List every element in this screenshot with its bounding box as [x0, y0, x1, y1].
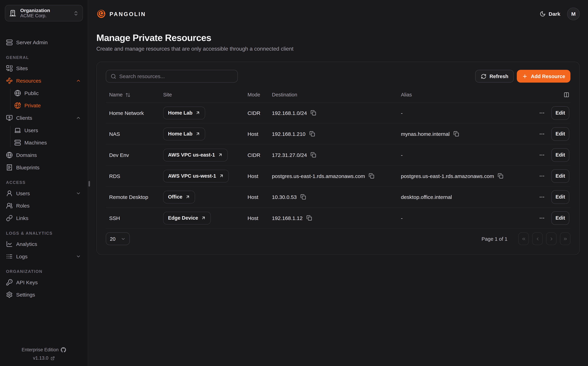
- brand[interactable]: PANGOLIN: [96, 9, 146, 19]
- site-link-button[interactable]: AWS VPC us-west-1: [163, 169, 229, 182]
- next-page-button[interactable]: [546, 232, 557, 245]
- row-menu-button[interactable]: [539, 194, 545, 200]
- row-menu-button[interactable]: [539, 152, 545, 158]
- copy-button[interactable]: [311, 152, 316, 158]
- copy-button[interactable]: [453, 131, 459, 137]
- sidebar-item-public[interactable]: Public: [14, 89, 81, 98]
- row-menu-button[interactable]: [539, 173, 545, 179]
- copy-icon: [300, 194, 306, 200]
- sidebar-item-label: Blueprints: [16, 165, 39, 171]
- column-settings-button[interactable]: [564, 92, 569, 98]
- arrow-up-right-icon: [195, 110, 200, 115]
- building-icon: [9, 9, 16, 17]
- cell-destination: 10.30.0.53: [272, 194, 297, 200]
- search-input[interactable]: [119, 73, 233, 79]
- theme-toggle[interactable]: Dark: [540, 11, 560, 17]
- sidebar-item-roles[interactable]: Roles: [6, 201, 81, 210]
- sidebar-item-blueprints[interactable]: Blueprints: [6, 163, 81, 172]
- row-menu-button[interactable]: [539, 110, 545, 116]
- sidebar-item-machines[interactable]: Machines: [14, 138, 81, 147]
- sidebar-item-api-keys[interactable]: API Keys: [6, 278, 81, 287]
- table-header: Name Site Mode Destination Alias: [106, 87, 571, 102]
- copy-button[interactable]: [300, 194, 306, 200]
- first-page-button[interactable]: [518, 232, 529, 245]
- edition-label: Enterprise Edition: [22, 346, 59, 354]
- globe-lock-icon: [14, 102, 21, 109]
- copy-icon: [306, 215, 312, 221]
- sidebar-item-analytics[interactable]: Analytics: [6, 239, 81, 249]
- search-box: [106, 70, 238, 83]
- resources-card: Refresh Add Resource Name Site Mode Dest…: [96, 61, 580, 255]
- column-header-site: Site: [163, 92, 248, 98]
- column-header-name[interactable]: Name: [109, 92, 163, 98]
- copy-button[interactable]: [306, 215, 312, 221]
- sidebar-scrollbar-thumb[interactable]: [88, 181, 90, 187]
- row-menu-button[interactable]: [539, 215, 545, 221]
- sidebar-item-resources[interactable]: Resources: [6, 76, 81, 85]
- refresh-button[interactable]: Refresh: [475, 70, 514, 83]
- combine-icon: [6, 65, 13, 72]
- copy-button[interactable]: [309, 131, 315, 137]
- site-link-button[interactable]: Office: [163, 191, 195, 203]
- avatar[interactable]: M: [567, 8, 580, 20]
- add-resource-button[interactable]: Add Resource: [517, 70, 571, 83]
- clients-subgroup: Users Machines: [10, 126, 81, 147]
- version-line[interactable]: v1.13.0: [0, 354, 88, 362]
- site-link-button[interactable]: AWS VPC us-east-1: [163, 148, 228, 161]
- sidebar-item-label: Machines: [24, 140, 47, 146]
- resources-subgroup: Public Private: [10, 89, 81, 110]
- prev-page-button[interactable]: [532, 232, 543, 245]
- copy-button[interactable]: [311, 110, 316, 116]
- last-page-button[interactable]: [560, 232, 570, 245]
- sidebar-item-settings[interactable]: Settings: [6, 290, 81, 299]
- sidebar-item-users[interactable]: Users: [6, 189, 81, 198]
- site-link-button[interactable]: Home Lab: [163, 128, 205, 140]
- edit-button[interactable]: Edit: [551, 190, 569, 204]
- copy-button[interactable]: [498, 173, 503, 179]
- cell-name: SSH: [109, 215, 163, 221]
- link-icon: [6, 215, 13, 221]
- sidebar-item-client-users[interactable]: Users: [14, 126, 81, 135]
- pangolin-logo-icon: [96, 9, 106, 19]
- cell-alias: -: [401, 152, 403, 158]
- edit-button[interactable]: Edit: [551, 169, 569, 183]
- copy-icon: [311, 152, 316, 158]
- edition-line[interactable]: Enterprise Edition: [0, 346, 88, 354]
- section-label-general: GENERAL: [6, 55, 82, 60]
- sidebar-item-clients[interactable]: Clients: [6, 113, 81, 122]
- sidebar-item-server-admin[interactable]: Server Admin: [6, 38, 81, 47]
- server-icon: [6, 39, 13, 46]
- edit-button[interactable]: Edit: [551, 148, 569, 161]
- sidebar-item-links[interactable]: Links: [6, 214, 81, 222]
- row-menu-button[interactable]: [539, 131, 545, 137]
- cell-alias: postgres.us-east-1.rds.amazonaws.com: [401, 173, 494, 179]
- org-selector[interactable]: Organization ACME Corp.: [5, 5, 83, 22]
- site-link-button[interactable]: Edge Device: [163, 212, 211, 224]
- copy-button[interactable]: [369, 173, 375, 179]
- main-content: PANGOLIN Dark M Manage Private Resources…: [88, 0, 588, 366]
- site-link-button[interactable]: Home Lab: [163, 107, 205, 119]
- copy-icon: [369, 173, 375, 179]
- edit-button[interactable]: Edit: [551, 127, 569, 140]
- edit-button[interactable]: Edit: [551, 106, 569, 120]
- server-icon: [14, 139, 21, 146]
- arrow-up-right-icon: [201, 215, 206, 220]
- sidebar-item-private[interactable]: Private: [14, 101, 81, 110]
- cell-mode: CIDR: [248, 110, 272, 116]
- arrow-up-right-icon: [195, 131, 200, 136]
- sidebar-item-label: API Keys: [16, 279, 38, 285]
- ellipsis-icon: [539, 194, 545, 200]
- globe-icon: [6, 152, 13, 159]
- sidebar-item-domains[interactable]: Domains: [6, 151, 81, 160]
- sidebar-item-label: Roles: [16, 203, 29, 209]
- page-size-select[interactable]: 20: [106, 232, 130, 245]
- edit-button[interactable]: Edit: [551, 211, 569, 225]
- column-header-alias: Alias: [401, 92, 514, 98]
- page-subtitle: Create and manage resources that are onl…: [96, 46, 580, 52]
- cell-name: Remote Desktop: [109, 194, 163, 200]
- ellipsis-icon: [539, 131, 545, 137]
- sidebar-item-sites[interactable]: Sites: [6, 64, 81, 73]
- table-row: Home Network Home Lab CIDR 192.168.1.0/2…: [106, 102, 571, 123]
- table-row: Dev Env AWS VPC us-east-1 CIDR 172.31.27…: [106, 145, 571, 166]
- sidebar-item-logs[interactable]: Logs: [6, 252, 81, 261]
